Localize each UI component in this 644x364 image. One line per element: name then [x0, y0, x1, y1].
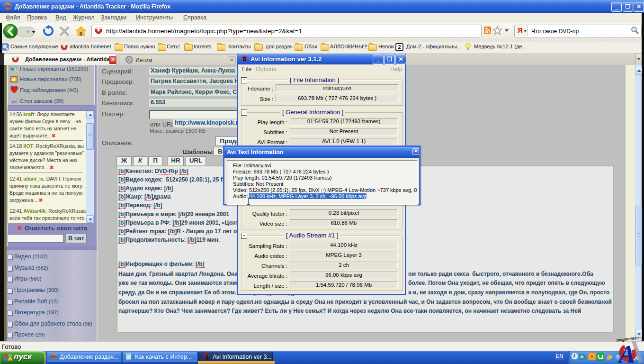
svg-text:S: S: [243, 56, 247, 63]
svg-text:S: S: [205, 354, 209, 360]
svg-text:A: A: [617, 341, 635, 364]
